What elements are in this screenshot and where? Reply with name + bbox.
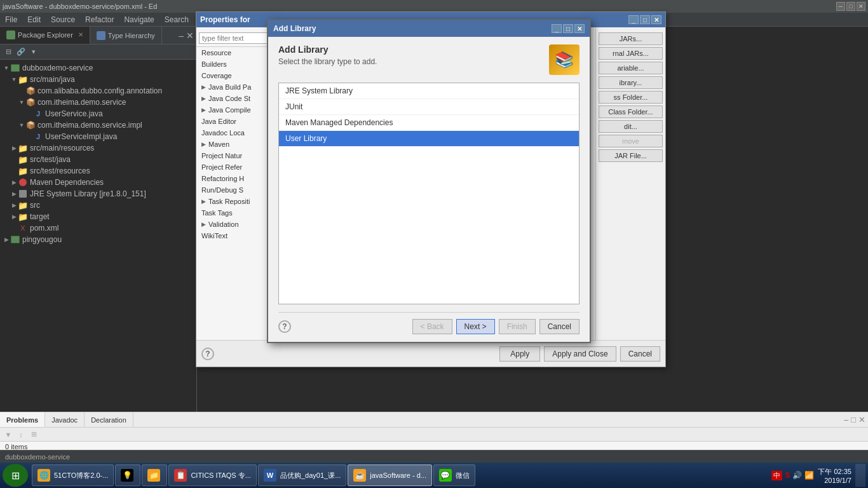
- props-item-maven[interactable]: ▶Maven: [196, 139, 272, 150]
- close-button[interactable]: ✕: [857, 2, 865, 11]
- back-button[interactable]: < Back: [412, 319, 452, 334]
- edit-button[interactable]: dit...: [599, 120, 663, 133]
- tree-item-maven-dependencies[interactable]: ▶ Maven Dependencies: [0, 177, 196, 188]
- taskbar-app-word[interactable]: W 品优购_day01_课...: [258, 464, 346, 486]
- tree-item-target[interactable]: ▶ 📁 target: [0, 211, 196, 222]
- link-editor-button[interactable]: 🔗: [15, 46, 27, 58]
- props-item-javadoc-location[interactable]: Javadoc Loca: [196, 127, 272, 139]
- tree-item-pom-xml[interactable]: X pom.xml: [0, 222, 196, 234]
- taskbar-app-javasoftware[interactable]: ☕ javaSoftware - d...: [348, 464, 432, 486]
- minimize-button[interactable]: ─: [836, 2, 845, 11]
- menu-source[interactable]: Source: [46, 15, 80, 24]
- addlib-item-user-library[interactable]: User Library: [279, 131, 579, 147]
- menu-search[interactable]: Search: [159, 15, 194, 24]
- props-item-resource[interactable]: Resource: [196, 47, 272, 58]
- ime-indicator[interactable]: 中: [771, 471, 782, 480]
- addlib-item-maven[interactable]: Maven Managed Dependencies: [279, 115, 579, 131]
- cancel-library-button[interactable]: Cancel: [539, 319, 580, 334]
- addlib-item-junit[interactable]: JUnit: [279, 99, 579, 115]
- help-icon[interactable]: ?: [201, 348, 214, 360]
- finish-button[interactable]: Finish: [499, 319, 536, 334]
- problems-minimize-icon[interactable]: –: [844, 415, 848, 424]
- dialog-minimize-button[interactable]: _: [628, 15, 639, 24]
- addlib-close-button[interactable]: ✕: [574, 24, 585, 33]
- tree-item-src-main-java[interactable]: ▼ 📁 src/main/java: [0, 74, 196, 85]
- addlib-help-icon[interactable]: ?: [278, 320, 291, 333]
- addlib-maximize-button[interactable]: □: [563, 24, 573, 33]
- addlib-minimize-button[interactable]: _: [552, 24, 562, 33]
- taskbar-app-explorer[interactable]: 📁: [142, 464, 167, 486]
- taskbar-app-wechat[interactable]: 💬 微信: [433, 464, 475, 486]
- tree-item-userserviceimpl[interactable]: J UserServiceImpl.java: [0, 131, 196, 142]
- props-item-task-tags[interactable]: Task Tags: [196, 207, 272, 219]
- collapse-all-button[interactable]: ⊟: [3, 46, 14, 58]
- cancel-properties-button[interactable]: Cancel: [620, 346, 660, 362]
- addlib-item-jre[interactable]: JRE System Library: [279, 83, 579, 99]
- panel-menu-button[interactable]: ▾: [28, 46, 39, 58]
- menu-file[interactable]: File: [0, 15, 22, 24]
- props-item-java-compiler[interactable]: ▶Java Compile: [196, 104, 272, 116]
- panel-close-icon[interactable]: ✕: [186, 30, 194, 41]
- add-library-button[interactable]: ibrary...: [599, 76, 663, 89]
- next-button[interactable]: Next >: [456, 319, 495, 334]
- add-class-folder-button[interactable]: ss Folder...: [599, 91, 663, 104]
- tab-close-icon[interactable]: ✕: [78, 31, 83, 38]
- props-item-refactoring-history[interactable]: Refactoring H: [196, 173, 272, 184]
- apply-button[interactable]: Apply: [499, 346, 540, 362]
- dialog-maximize-button[interactable]: □: [640, 15, 650, 24]
- tree-item-src-test-java[interactable]: 📁 src/test/java: [0, 154, 196, 165]
- taskbar-app-idea[interactable]: 💡: [115, 464, 140, 486]
- tree-item-src[interactable]: ▶ 📁 src: [0, 200, 196, 211]
- tab-package-explorer[interactable]: Package Explorer ✕: [0, 27, 90, 44]
- show-desktop-button[interactable]: [855, 464, 865, 487]
- props-item-coverage[interactable]: Coverage: [196, 70, 272, 81]
- remove-button[interactable]: move: [599, 135, 663, 147]
- problems-close-icon[interactable]: ✕: [858, 415, 865, 424]
- props-item-java-code-style[interactable]: ▶Java Code St: [196, 93, 272, 104]
- props-item-wikitext[interactable]: WikiText: [196, 230, 272, 241]
- tree-item-userservice[interactable]: J UserService.java: [0, 108, 196, 119]
- panel-minimize-icon[interactable]: –: [179, 30, 184, 41]
- tab-javadoc[interactable]: Javadoc: [45, 412, 85, 427]
- add-variable-button[interactable]: ariable...: [599, 62, 663, 74]
- tree-item-pingyougou[interactable]: ▶ pingyougou: [0, 234, 196, 245]
- props-filter-input[interactable]: [199, 32, 269, 44]
- props-item-validation[interactable]: ▶Validation: [196, 219, 272, 230]
- tree-item-com-itheima-impl[interactable]: ▼ 📦 com.itheima.demo.service.impl: [0, 119, 196, 131]
- tab-type-hierarchy[interactable]: Type Hierarchy: [90, 27, 162, 44]
- start-button[interactable]: ⊞: [3, 464, 28, 487]
- props-item-run-debug[interactable]: Run/Debug S: [196, 184, 272, 196]
- problems-filter-button[interactable]: ▼: [3, 429, 14, 440]
- tree-item-src-test-resources[interactable]: 📁 src/test/resources: [0, 165, 196, 177]
- tree-item-src-main-resources[interactable]: ▶ 📁 src/main/resources: [0, 142, 196, 154]
- props-item-builders[interactable]: Builders: [196, 58, 272, 70]
- tab-declaration[interactable]: Declaration: [85, 412, 133, 427]
- menu-edit[interactable]: Edit: [22, 15, 46, 24]
- props-item-task-repo[interactable]: ▶Task Repositi: [196, 196, 272, 207]
- tree-item-jre-system-library[interactable]: ▶ JRE System Library [jre1.8.0_151]: [0, 188, 196, 200]
- tree-item-com-itheima[interactable]: ▼ 📦 com.itheima.demo.service: [0, 97, 196, 108]
- maximize-button[interactable]: □: [846, 2, 855, 11]
- problems-sort-button[interactable]: ↕: [15, 429, 27, 440]
- add-external-jars-button[interactable]: rnal JARs...: [599, 47, 663, 60]
- problems-maximize-icon[interactable]: □: [851, 415, 856, 424]
- tree-item-dubboxdemo-service[interactable]: ▼ dubboxdemo-service: [0, 62, 196, 74]
- add-jar-file-button[interactable]: JAR File...: [599, 149, 663, 162]
- taskbar-app-citics[interactable]: 📋 CITICS ITAQS 专...: [168, 464, 257, 486]
- add-ext-class-folder-button[interactable]: Class Folder...: [599, 105, 663, 118]
- apply-close-button[interactable]: Apply and Close: [544, 346, 616, 362]
- tree-item-com-alibaba[interactable]: 📦 com.alibaba.dubbo.config.annotation: [0, 85, 196, 97]
- props-item-java-editor[interactable]: Java Editor: [196, 116, 272, 127]
- add-jars-button[interactable]: JARs...: [599, 32, 663, 45]
- props-item-java-build-path[interactable]: ▶Java Build Pa: [196, 81, 272, 93]
- menu-refactor[interactable]: Refactor: [80, 15, 119, 24]
- problems-group-button[interactable]: ⊞: [28, 429, 39, 440]
- network-icon[interactable]: 📶: [804, 471, 814, 480]
- tab-problems[interactable]: Problems: [0, 412, 45, 427]
- taskbar-app-browser[interactable]: 🌐 51CTO博客2.0-...: [32, 464, 114, 486]
- dialog-close-button[interactable]: ✕: [651, 15, 661, 24]
- menu-navigate[interactable]: Navigate: [119, 15, 159, 24]
- speaker-icon[interactable]: 🔊: [792, 471, 802, 480]
- props-item-project-nature[interactable]: Project Natur: [196, 150, 272, 161]
- props-item-project-references[interactable]: Project Refer: [196, 161, 272, 173]
